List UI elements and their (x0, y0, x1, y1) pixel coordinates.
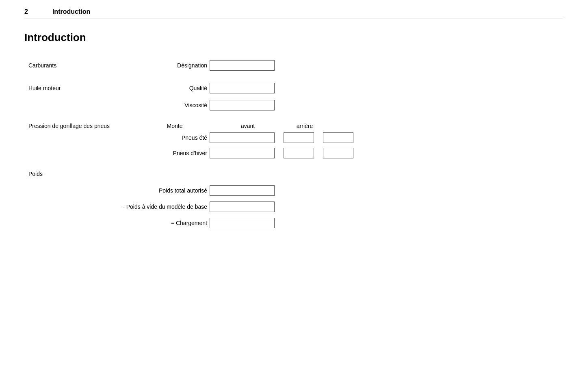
content-area: Carburants Désignation Huile moteur Qual… (24, 60, 563, 228)
pneus-hiver-avant-input[interactable] (284, 148, 314, 158)
col-monte-header: Monte (142, 123, 207, 129)
page-header: 2 Introduction (24, 8, 563, 19)
pneus-hiver-row: Pneus d'hiver (28, 148, 563, 158)
pneus-ete-fields: Pneus été (142, 132, 563, 143)
poids-vide-row: - Poids à vide du modèle de base (28, 201, 563, 212)
poids-section: Poids Poids total autorisé - Poids à vid… (28, 171, 563, 228)
pneus-ete-arriere-input[interactable] (323, 132, 353, 143)
pression-label: Pression de gonflage des pneus (28, 123, 142, 129)
poids-vide-input[interactable] (210, 201, 275, 212)
pneus-hiver-fields: Pneus d'hiver (142, 148, 563, 158)
pneus-ete-avant-input[interactable] (284, 132, 314, 143)
carburants-section: Carburants Désignation (28, 60, 563, 71)
pneus-hiver-arriere-input[interactable] (323, 148, 353, 158)
qualite-field-group: Qualité (142, 83, 563, 93)
poids-total-row: Poids total autorisé (28, 185, 563, 196)
viscosite-label: Viscosité (142, 102, 207, 108)
page-number: 2 (24, 8, 28, 15)
pression-section: Pression de gonflage des pneus Monte ava… (28, 123, 563, 158)
pneus-col-headers: Monte avant arrière (142, 123, 563, 129)
poids-title-row: Poids (28, 171, 563, 177)
poids-section-label: Poids (28, 171, 43, 177)
pneus-ete-main-input[interactable] (210, 132, 275, 143)
pneus-header-row: Pression de gonflage des pneus Monte ava… (28, 123, 563, 129)
designation-input[interactable] (210, 60, 275, 71)
pneus-ete-row: Pneus été (28, 132, 563, 143)
qualite-input[interactable] (210, 83, 275, 93)
chargement-label: = Chargement (28, 220, 207, 226)
poids-total-label: Poids total autorisé (28, 187, 207, 194)
viscosite-field-group: Viscosité (142, 100, 563, 110)
designation-field-group: Désignation (142, 60, 563, 71)
pneus-hiver-label: Pneus d'hiver (142, 150, 207, 156)
huile-moteur-row: Huile moteur Qualité (28, 83, 563, 93)
section-title: Introduction (24, 31, 563, 44)
col-avant-header: avant (232, 123, 264, 129)
poids-vide-label: - Poids à vide du modèle de base (28, 204, 207, 210)
pneus-ete-label: Pneus été (142, 134, 207, 141)
page-container: 2 Introduction Introduction Carburants D… (0, 0, 587, 250)
designation-label: Désignation (142, 62, 207, 69)
viscosite-row: Viscosité (28, 100, 563, 110)
poids-total-input[interactable] (210, 185, 275, 196)
viscosite-input[interactable] (210, 100, 275, 110)
col-arriere-header: arrière (288, 123, 321, 129)
carburants-label: Carburants (28, 62, 142, 69)
carburants-row: Carburants Désignation (28, 60, 563, 71)
chargement-input[interactable] (210, 218, 275, 228)
huile-moteur-section: Huile moteur Qualité Viscosité (28, 83, 563, 110)
pneus-hiver-main-input[interactable] (210, 148, 275, 158)
page-header-title: Introduction (52, 8, 90, 15)
huile-moteur-label: Huile moteur (28, 85, 142, 91)
qualite-label: Qualité (142, 85, 207, 91)
chargement-row: = Chargement (28, 218, 563, 228)
